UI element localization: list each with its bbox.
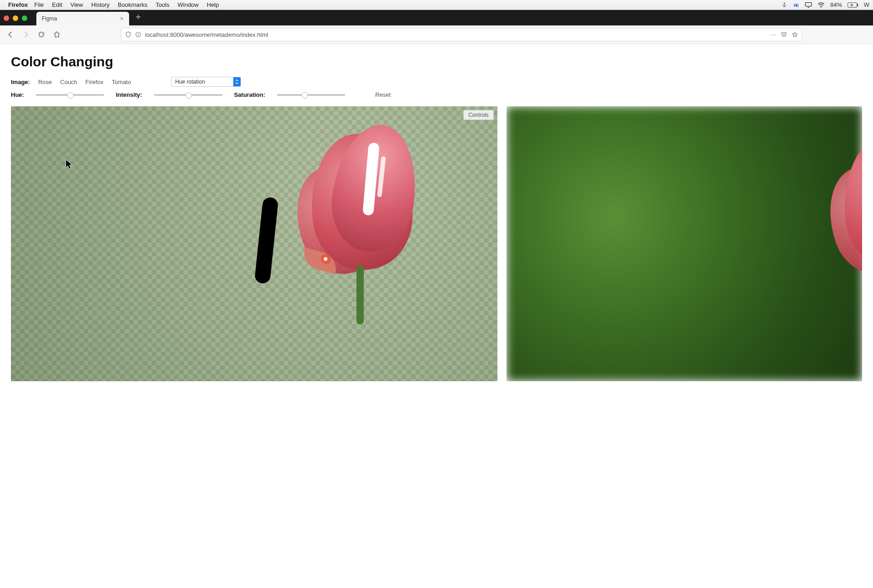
nav-reload-button[interactable]: [35, 29, 47, 40]
image-select-row: Image: Rose Couch Firefox Tomato Hue rot…: [11, 77, 862, 87]
dropdown-arrow-icon: [233, 77, 241, 86]
hue-label: Hue:: [11, 91, 24, 98]
hue-slider[interactable]: [36, 92, 104, 98]
battery-percent: 84%: [830, 1, 842, 8]
image-choice-tomato[interactable]: Tomato: [112, 79, 131, 85]
edited-image-panel[interactable]: Controls: [11, 106, 497, 381]
image-label: Image:: [11, 79, 30, 85]
svg-rect-3: [857, 4, 858, 6]
active-app-name[interactable]: Firefox: [8, 1, 28, 8]
page-content: Color Changing Image: Rose Couch Firefox…: [0, 44, 873, 588]
bookmark-star-icon[interactable]: [792, 31, 798, 38]
svg-point-1: [821, 7, 822, 8]
nav-back-button[interactable]: [5, 29, 16, 40]
tab-strip: Figma × ＋: [0, 10, 873, 25]
mac-menubar: Firefox File Edit View History Bookmarks…: [0, 0, 873, 10]
original-image-panel[interactable]: [507, 106, 862, 381]
blurred-background: [507, 106, 862, 381]
svg-rect-0: [805, 2, 811, 6]
menu-tools[interactable]: Tools: [156, 1, 169, 8]
mode-select[interactable]: Hue rotation: [171, 77, 241, 87]
browser-toolbar: localhost:8000/awesome/metademo/index.ht…: [0, 25, 873, 44]
wifi-icon[interactable]: [818, 2, 825, 8]
reset-button[interactable]: Reset: [375, 91, 391, 98]
display-icon[interactable]: [805, 2, 812, 8]
image-choice-couch[interactable]: Couch: [60, 79, 77, 85]
window-maximize[interactable]: [22, 15, 27, 21]
page-actions-icon[interactable]: ⋯: [770, 31, 776, 38]
tracking-shield-icon[interactable]: [125, 31, 131, 38]
menu-view[interactable]: View: [70, 1, 83, 8]
malwarebytes-icon[interactable]: [793, 2, 799, 8]
site-info-icon[interactable]: [135, 31, 141, 38]
menu-file[interactable]: File: [34, 1, 44, 8]
images-row: Controls: [11, 106, 862, 381]
menu-history[interactable]: History: [91, 1, 110, 8]
pocket-icon[interactable]: [781, 31, 787, 38]
window-minimize[interactable]: [13, 15, 18, 21]
battery-icon[interactable]: [848, 2, 858, 8]
svg-point-5: [138, 33, 139, 34]
intensity-label: Intensity:: [116, 91, 142, 98]
browser-tab[interactable]: Figma ×: [36, 12, 129, 25]
saturation-slider[interactable]: [277, 92, 345, 98]
image-choice-firefox[interactable]: Firefox: [85, 79, 104, 85]
nav-forward-button[interactable]: [20, 29, 32, 40]
menu-bookmarks[interactable]: Bookmarks: [118, 1, 147, 8]
panel-controls-tab[interactable]: Controls: [463, 110, 494, 120]
slider-row: Hue: Intensity: Saturation: Reset: [11, 91, 862, 98]
url-bar[interactable]: localhost:8000/awesome/metademo/index.ht…: [121, 28, 802, 41]
saturation-label: Saturation:: [234, 91, 266, 98]
menubar-right-letter: W: [864, 1, 869, 8]
tab-close-icon[interactable]: ×: [120, 15, 124, 22]
nav-home-button[interactable]: [51, 29, 63, 40]
tulip-right: [826, 115, 862, 297]
firefox-window: Figma × ＋ localhost:8000/awesome/metadem…: [0, 10, 873, 588]
menu-window[interactable]: Window: [178, 1, 199, 8]
url-text: localhost:8000/awesome/metademo/index.ht…: [145, 31, 268, 38]
tulip-left: [293, 115, 443, 297]
window-controls: [4, 15, 27, 21]
intensity-slider[interactable]: [154, 92, 222, 98]
image-choice-rose[interactable]: Rose: [38, 79, 52, 85]
new-tab-button[interactable]: ＋: [134, 10, 143, 23]
window-close[interactable]: [4, 15, 9, 21]
mode-select-value: Hue rotation: [171, 79, 233, 85]
menubar-status: 84% W: [781, 1, 869, 8]
svg-rect-6: [138, 34, 138, 36]
tab-title: Figma: [42, 15, 57, 22]
menu-help[interactable]: Help: [207, 1, 219, 8]
malware-icon[interactable]: [781, 2, 788, 8]
menu-edit[interactable]: Edit: [52, 1, 62, 8]
page-title: Color Changing: [11, 54, 862, 70]
